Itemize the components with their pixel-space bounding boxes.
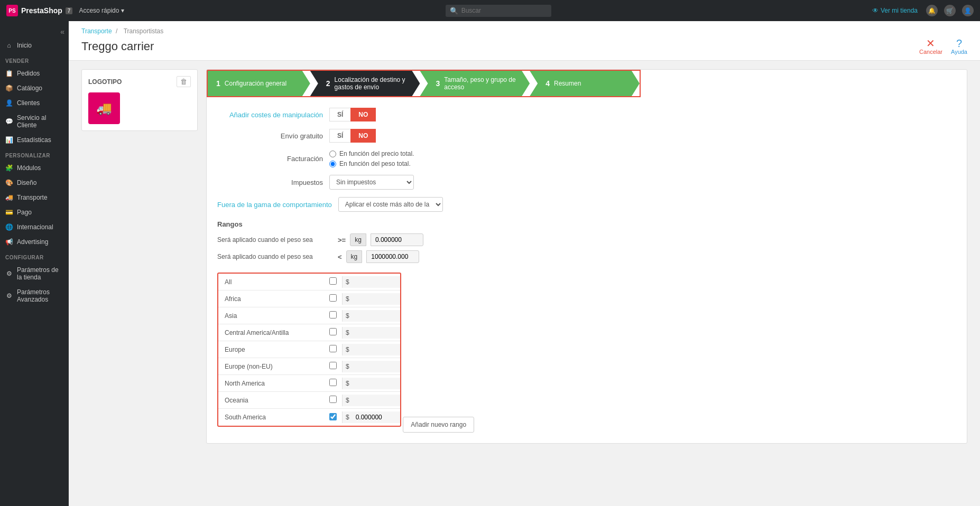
- zone-checkbox-asia[interactable]: [324, 309, 342, 322]
- logo-delete-button[interactable]: 🗑: [177, 76, 191, 87]
- billing-weight-option[interactable]: En función del peso total.: [329, 160, 414, 167]
- zone-value-oceania[interactable]: [353, 395, 400, 406]
- cancel-button[interactable]: ✕ Cancelar: [919, 38, 942, 55]
- zone-check-all[interactable]: [329, 277, 337, 285]
- sidebar-item-label: Parámetros Avanzados: [17, 288, 63, 303]
- sidebar-item-clientes[interactable]: 👤 Clientes: [0, 96, 69, 110]
- notifications-icon[interactable]: 🔔: [926, 5, 938, 16]
- free-shipping-yes-button[interactable]: SÍ: [329, 129, 350, 143]
- handling-no-button[interactable]: NO: [350, 108, 376, 121]
- free-shipping-no-button[interactable]: NO: [350, 129, 376, 143]
- zone-checkbox-south-america[interactable]: [324, 411, 342, 424]
- sidebar-item-modulos[interactable]: 🧩 Módulos: [0, 161, 69, 175]
- zone-name-africa: Africa: [218, 292, 324, 306]
- zone-checkbox-north-america[interactable]: [324, 377, 342, 390]
- handling-yes-button[interactable]: SÍ: [329, 108, 350, 121]
- free-shipping-label: Envío gratuito: [217, 132, 323, 140]
- zone-checkbox-oceania[interactable]: [324, 393, 342, 407]
- zone-value-south-america[interactable]: [353, 411, 400, 423]
- orders-icon[interactable]: 🛒: [944, 5, 956, 16]
- breadcrumb-transportistas: Transportistas: [124, 27, 164, 35]
- zone-value-all[interactable]: [353, 276, 400, 288]
- account-icon[interactable]: 👤: [962, 5, 974, 16]
- stats-icon: 📊: [5, 136, 13, 144]
- billing-price-radio[interactable]: [329, 151, 336, 157]
- sidebar-item-estadisticas[interactable]: 📊 Estadísticas: [0, 133, 69, 147]
- taxes-select[interactable]: Sin impuestos: [329, 175, 414, 190]
- zone-row-africa: Africa $: [218, 291, 400, 307]
- wizard-step-3[interactable]: 3 Tamaño, peso y grupo de acceso: [420, 71, 530, 96]
- carrier-logo-icon: 🚚: [96, 101, 112, 116]
- help-button[interactable]: ? Ayuda: [951, 38, 967, 55]
- range-2-input[interactable]: [366, 250, 419, 263]
- billing-price-option[interactable]: En función del precio total.: [329, 150, 414, 157]
- wizard-step-2[interactable]: 2 Localización de destino y gastos de en…: [310, 71, 420, 96]
- sidebar-item-servicio[interactable]: 💬 Servicio al Cliente: [0, 110, 69, 133]
- zone-check-central-america[interactable]: [329, 328, 337, 335]
- sidebar-item-label: Módulos: [17, 164, 41, 172]
- zone-check-africa[interactable]: [329, 294, 337, 302]
- sidebar-item-params-tienda[interactable]: ⚙ Parámetros de la tienda: [0, 263, 69, 285]
- zones-table: All $ Africa: [217, 273, 401, 427]
- sidebar-item-pedidos[interactable]: 📋 Pedidos: [0, 66, 69, 81]
- wizard-step2-highlight: 1 Configuración general 2 Localización d…: [207, 70, 641, 97]
- add-range-button[interactable]: Añadir nuevo rango: [403, 417, 474, 433]
- zone-checkbox-europe-non-eu[interactable]: [324, 360, 342, 373]
- zone-dollar-europe: $: [342, 344, 353, 355]
- sidebar-item-advertising[interactable]: 📢 Advertising: [0, 235, 69, 249]
- zone-name-europe: Europe: [218, 343, 324, 357]
- brand-logo-area: PS PrestaShop 7: [6, 5, 72, 16]
- zone-checkbox-europe[interactable]: [324, 343, 342, 356]
- search-input[interactable]: [461, 7, 547, 14]
- sidebar-item-inicio[interactable]: ⌂ Inicio: [0, 38, 69, 53]
- out-of-range-select[interactable]: Aplicar el coste más alto de la: [338, 197, 443, 212]
- zone-check-south-america[interactable]: [329, 413, 337, 420]
- search-bar[interactable]: 🔍: [446, 5, 551, 17]
- add-range-label: Añadir nuevo rango: [411, 421, 466, 428]
- billing-weight-radio[interactable]: [329, 161, 336, 167]
- zone-checkbox-all[interactable]: [324, 275, 342, 288]
- sidebar-item-diseno[interactable]: 🎨 Diseño: [0, 175, 69, 190]
- range-row-2: Será aplicado cuando el peso sea < kg: [217, 250, 956, 263]
- sidebar-collapse-button[interactable]: «: [0, 25, 69, 38]
- zone-check-oceania[interactable]: [329, 396, 337, 403]
- sidebar-item-catalogo[interactable]: 📦 Catálogo: [0, 81, 69, 96]
- zone-value-asia[interactable]: [353, 310, 400, 322]
- zone-value-europe-non-eu[interactable]: [353, 361, 400, 372]
- zone-value-north-america[interactable]: [353, 378, 400, 389]
- taxes-row: Impuestos Sin impuestos: [217, 175, 956, 190]
- eye-icon: 👁: [872, 7, 879, 14]
- zone-value-africa[interactable]: [353, 293, 400, 305]
- nav-icon-group: 🔔 🛒 👤: [926, 5, 974, 16]
- zone-row-south-america: South America $: [218, 409, 400, 426]
- zone-check-north-america[interactable]: [329, 379, 337, 386]
- advanced-params-icon: ⚙: [5, 292, 13, 299]
- zone-check-asia[interactable]: [329, 311, 337, 318]
- sidebar-item-internacional[interactable]: 🌐 Internacional: [0, 220, 69, 235]
- zone-value-central-america[interactable]: [353, 327, 400, 339]
- sidebar-item-pago[interactable]: 💳 Pago: [0, 205, 69, 220]
- quick-access-button[interactable]: Acceso rápido ▾: [79, 7, 124, 14]
- zone-checkbox-africa[interactable]: [324, 292, 342, 305]
- wizard-step-1[interactable]: 1 Configuración general: [208, 71, 310, 96]
- zone-check-europe[interactable]: [329, 345, 337, 352]
- breadcrumb-transporte[interactable]: Transporte: [81, 27, 112, 35]
- sidebar-section-configurar: CONFIGURAR: [0, 249, 69, 263]
- wizard-step-4[interactable]: 4 Resumen: [530, 71, 640, 96]
- sidebar-item-params-avanzados[interactable]: ⚙ Parámetros Avanzados: [0, 285, 69, 307]
- content-area: LOGOTIPO 🗑 🚚 1 Configuración general: [69, 61, 980, 452]
- sidebar-item-transporte[interactable]: 🚚 Transporte: [0, 190, 69, 205]
- sidebar: « ⌂ Inicio VENDER 📋 Pedidos 📦 Catálogo 👤…: [0, 21, 69, 452]
- zone-row-central-america: Central America/Antilla $: [218, 324, 400, 341]
- zone-dollar-north-america: $: [342, 378, 353, 389]
- view-store-link[interactable]: 👁 Ver mi tienda: [872, 7, 918, 14]
- handling-costs-row: Añadir costes de manipulación SÍ NO: [217, 108, 956, 121]
- out-of-range-row: Fuera de la gama de comportamiento Aplic…: [217, 197, 956, 212]
- step-3-num: 3: [436, 79, 440, 88]
- billing-label: Facturación: [217, 155, 323, 163]
- range-1-input[interactable]: [371, 233, 423, 246]
- zone-checkbox-central-america[interactable]: [324, 326, 342, 339]
- zone-check-europe-non-eu[interactable]: [329, 362, 337, 369]
- transport-icon: 🚚: [5, 194, 13, 201]
- zone-value-europe[interactable]: [353, 344, 400, 355]
